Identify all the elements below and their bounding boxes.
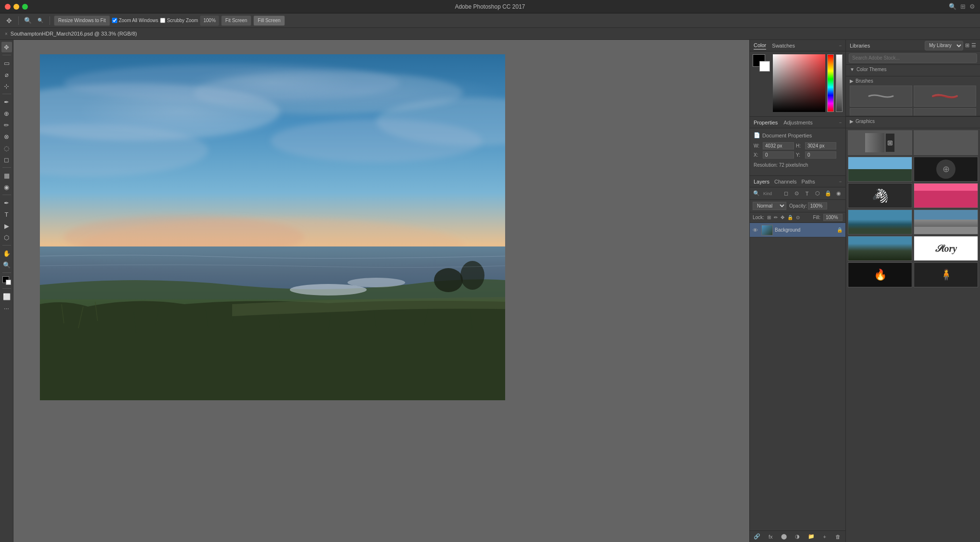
graphic-item-4[interactable]: ⊕ [914, 157, 978, 182]
graphics-collapse[interactable]: ▶ Graphics [850, 119, 976, 124]
hand-tool[interactable]: ✋ [1, 248, 12, 259]
blend-mode-select[interactable]: Normal [753, 202, 786, 210]
brush-thumb-4[interactable] [914, 108, 976, 116]
lib-list-icon[interactable]: ☰ [971, 42, 976, 49]
fg-bg-colors[interactable] [753, 54, 770, 72]
color-panel-collapse[interactable]: − [839, 43, 842, 48]
graphic-item-8[interactable] [914, 209, 978, 234]
graphic-item-1[interactable]: ⊞ [848, 130, 912, 155]
color-tab[interactable]: Color [754, 41, 766, 49]
lock-position-icon[interactable]: ✏ [774, 215, 778, 220]
alpha-slider[interactable] [836, 54, 843, 112]
fill-screen-button[interactable]: Fill Screen [253, 15, 285, 26]
layer-new-icon[interactable]: + [820, 532, 829, 541]
layer-fx-icon[interactable]: fx [766, 532, 775, 541]
search-icon[interactable]: 🔍 [949, 3, 956, 10]
graphic-item-10[interactable]: 𝒮tory [914, 236, 978, 261]
layers-type-icon[interactable]: T [802, 189, 812, 198]
zoom-tool[interactable]: 🔍 [1, 259, 12, 270]
history-tool[interactable]: ◌ [1, 143, 12, 153]
hue-slider[interactable] [827, 54, 834, 112]
graphic-item-6[interactable] [914, 183, 978, 208]
height-value[interactable]: 3024 px [805, 142, 836, 149]
layers-collapse[interactable]: − [839, 179, 842, 184]
pen-tool[interactable]: ✒ [1, 197, 12, 208]
layer-link-icon[interactable]: 🔗 [753, 532, 761, 541]
zoom-out-icon[interactable]: 🔍 [35, 15, 46, 26]
graphic-item-11[interactable]: 🔥 [848, 262, 912, 287]
lib-grid-icon[interactable]: ⊞ [965, 42, 969, 49]
graphic-item-3[interactable] [848, 157, 912, 182]
layer-item-background[interactable]: 👁 Background 🔒 [750, 223, 845, 237]
background-color-swatch[interactable] [759, 61, 770, 72]
zoom-all-checkbox[interactable]: Zoom All Windows [112, 18, 158, 23]
dodge-tool[interactable]: ◉ [1, 182, 12, 192]
properties-tab[interactable]: Properties [754, 120, 778, 125]
settings-icon[interactable]: ⚙ [969, 3, 975, 10]
eyedropper-tool[interactable]: ✒ [1, 97, 12, 107]
brushes-collapse[interactable]: ▶ Brushes [850, 78, 976, 84]
layers-search-icon[interactable]: 🔍 [752, 189, 761, 198]
fit-screen-button[interactable]: Fit Screen [221, 15, 252, 26]
maximize-button[interactable] [22, 4, 28, 10]
gradient-tool[interactable]: ▦ [1, 170, 12, 181]
library-dropdown[interactable]: My Library [925, 41, 963, 50]
brush-thumb-2[interactable] [914, 86, 976, 107]
layers-adjustment-icon[interactable]: ⊙ [792, 189, 801, 198]
brush-thumb-3[interactable] [850, 108, 912, 116]
layer-folder-icon[interactable]: 📁 [807, 532, 816, 541]
heal-tool[interactable]: ⊕ [1, 108, 12, 119]
lasso-tool[interactable]: ⌀ [1, 69, 12, 80]
scrubby-zoom-checkbox[interactable]: Scrubby Zoom [160, 18, 198, 23]
swatches-tab[interactable]: Swatches [772, 42, 795, 49]
lock-pixels-icon[interactable]: ⊞ [767, 215, 771, 220]
color-spectrum[interactable] [773, 54, 843, 112]
lock-extra-icon[interactable]: ⊙ [796, 215, 800, 220]
extra-tools[interactable]: ··· [1, 303, 12, 313]
clone-tool[interactable]: ⊗ [1, 131, 12, 142]
layers-tab[interactable]: Layers [754, 179, 769, 185]
library-search-input[interactable] [849, 53, 977, 63]
lock-all-icon[interactable]: 🔒 [787, 215, 793, 220]
properties-collapse[interactable]: − [839, 120, 842, 125]
foreground-color[interactable] [1, 275, 12, 286]
graphic-item-7[interactable] [848, 209, 912, 234]
text-tool[interactable]: T [1, 209, 12, 220]
shape-tool[interactable]: ⬡ [1, 232, 12, 243]
width-value[interactable]: 4032 px [763, 142, 794, 149]
graphic-item-9[interactable] [848, 236, 912, 261]
layers-smart-icon[interactable]: 🔒 [823, 189, 833, 198]
path-select-tool[interactable]: ▶ [1, 221, 12, 231]
color-themes-collapse[interactable]: ▼ Color Themes [850, 67, 976, 72]
fill-value[interactable]: 100% [823, 214, 843, 221]
y-value[interactable]: 0 [805, 151, 836, 159]
doc-tab-close[interactable]: × [5, 31, 8, 37]
move-tool[interactable]: ✥ [1, 42, 12, 52]
minimize-button[interactable] [13, 4, 19, 10]
graphic-item-2[interactable] [914, 130, 978, 155]
arrange-icon[interactable]: ⊞ [960, 3, 966, 10]
graphic-item-5[interactable]: 🦓 [848, 183, 912, 208]
adjustments-tab[interactable]: Adjustments [783, 120, 813, 125]
opacity-value[interactable]: 100% [808, 202, 827, 209]
layer-visibility-icon[interactable]: 👁 [753, 227, 759, 233]
document-tab[interactable]: × SouthamptonHDR_March2016.psd @ 33.3% (… [0, 28, 980, 40]
screen-mode[interactable]: ⬜ [1, 291, 12, 302]
close-button[interactable] [5, 4, 11, 10]
zoom-in-icon[interactable]: 🔍 [23, 15, 33, 26]
brush-thumb-1[interactable] [850, 86, 912, 107]
crop-tool[interactable]: ⊹ [1, 81, 12, 91]
resize-windows-button[interactable]: Resize Windows to Fit [54, 15, 110, 26]
selection-tool[interactable]: ▭ [1, 58, 12, 68]
channels-tab[interactable]: Channels [774, 179, 796, 185]
eraser-tool[interactable]: ◻ [1, 154, 12, 165]
color-picker-gradient[interactable] [773, 54, 825, 112]
layer-adjustment-icon[interactable]: ◑ [793, 532, 802, 541]
layers-shape-icon[interactable]: ⬡ [813, 189, 822, 198]
layers-filter-icon[interactable]: ◻ [781, 189, 791, 198]
brush-tool[interactable]: ✏ [1, 120, 12, 130]
lock-artboard-icon[interactable]: ✥ [781, 215, 784, 220]
layer-delete-icon[interactable]: 🗑 [834, 532, 843, 541]
layers-toggle-icon[interactable]: ◉ [834, 189, 844, 198]
paths-tab[interactable]: Paths [802, 179, 815, 185]
